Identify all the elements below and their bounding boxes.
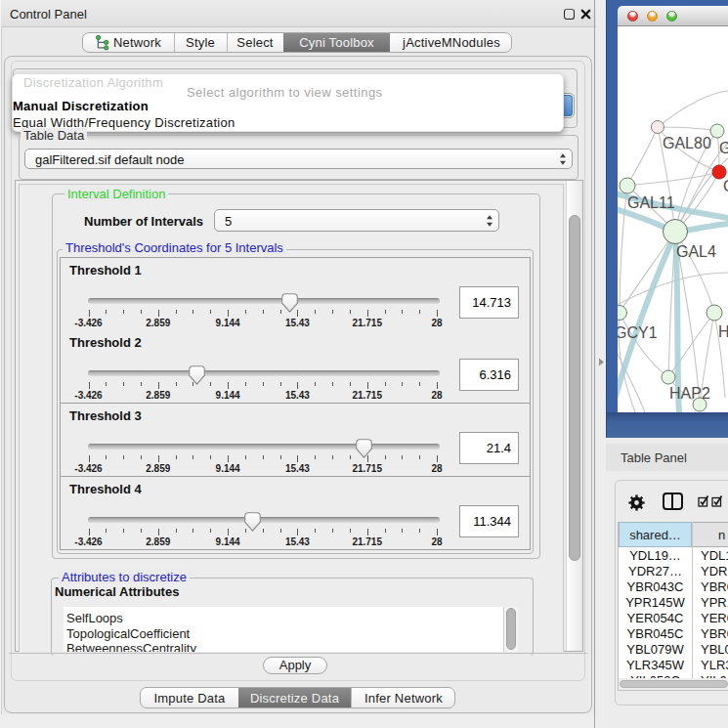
svg-text:H: H xyxy=(718,323,728,340)
svg-text:C: C xyxy=(723,178,728,194)
svg-text:HAP2: HAP2 xyxy=(669,385,710,402)
svg-text:G: G xyxy=(719,140,728,156)
svg-text:GCY1: GCY1 xyxy=(618,324,658,341)
svg-text:GAL80: GAL80 xyxy=(663,135,711,151)
svg-text:GAL4: GAL4 xyxy=(676,243,716,260)
svg-text:GAL11: GAL11 xyxy=(627,194,675,211)
